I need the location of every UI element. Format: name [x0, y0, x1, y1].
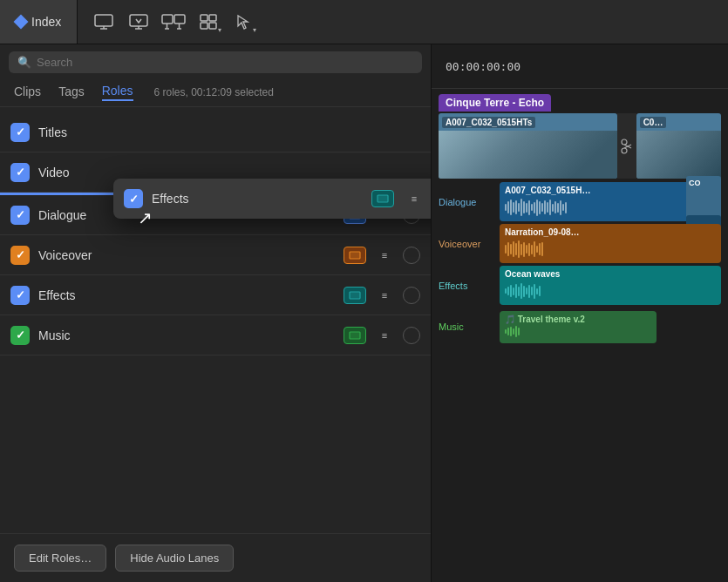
co-clip-label: CO: [689, 179, 701, 187]
effects-popup-lane-btn[interactable]: [371, 190, 394, 207]
index-button[interactable]: Index: [0, 0, 78, 44]
bottom-buttons: Edit Roles… Hide Audio Lanes: [0, 533, 431, 582]
right-panel: 00:00:00:00 Cinque Terre - Echo A007_C03…: [432, 44, 728, 582]
sequence-label: Cinque Terre - Echo: [439, 94, 721, 112]
effects-lane-btn[interactable]: [344, 287, 366, 304]
voiceover-actions: ≡: [344, 247, 420, 264]
effects-checkbox[interactable]: ✓: [10, 286, 30, 305]
cursor-icon-btn[interactable]: [228, 6, 259, 37]
svg-rect-3: [130, 15, 147, 26]
tab-clips[interactable]: Clips: [14, 85, 41, 100]
co-clip[interactable]: CO: [686, 176, 721, 220]
music-clip[interactable]: 🎵 Travel theme v.2: [500, 311, 657, 343]
titles-label: Titles: [38, 125, 420, 139]
timecode-display: 00:00:00:00: [446, 60, 520, 73]
voiceover-menu-btn[interactable]: ≡: [373, 247, 396, 264]
music-clip-label: 🎵 Travel theme v.2: [505, 315, 651, 324]
svg-rect-7: [174, 15, 185, 24]
svg-rect-13: [209, 15, 216, 21]
svg-rect-18: [350, 292, 360, 299]
effects-popup-menu-btn[interactable]: ≡: [403, 190, 425, 207]
effects-popup: ✓ Effects ≡: [113, 179, 431, 219]
svg-rect-17: [350, 252, 360, 259]
hide-audio-lanes-button[interactable]: Hide Audio Lanes: [115, 545, 234, 572]
dialogue-lane: Dialogue A007_C032_0515H…: [439, 182, 721, 221]
voiceover-lane-label: Voiceover: [439, 224, 500, 263]
voiceover-clip-label: Narration_09-08…: [505, 227, 716, 237]
effects-clip-label: Ocean waves: [505, 269, 716, 279]
video-label: Video: [38, 166, 420, 179]
music-lane-btn[interactable]: [344, 327, 366, 344]
effects-lane: Effects Ocean waves: [439, 266, 721, 305]
tab-tags[interactable]: Tags: [58, 85, 85, 100]
tab-roles[interactable]: Roles: [102, 84, 133, 101]
svg-point-21: [622, 139, 627, 145]
list-item[interactable]: ✓ Music ≡: [0, 315, 431, 355]
svg-rect-6: [162, 15, 173, 24]
music-label: Music: [38, 328, 335, 342]
dialogue-waveform: [505, 197, 716, 218]
effects-clip[interactable]: Ocean waves: [500, 266, 721, 305]
index-diamond-icon: [14, 15, 29, 30]
list-item[interactable]: ✓ Voiceover ≡: [0, 235, 431, 275]
music-lane-label: Music: [439, 308, 500, 346]
dialogue-lane-label: Dialogue: [439, 182, 500, 221]
tab-info: 6 roles, 00:12:09 selected: [154, 86, 274, 98]
effects-waveform: [505, 281, 716, 301]
titles-checkbox[interactable]: ✓: [10, 123, 30, 142]
main-layout: 🔍 Clips Tags Roles 6 roles, 00:12:09 sel…: [0, 44, 728, 582]
monitor-arrow-icon-btn[interactable]: [123, 6, 154, 37]
voiceover-lane-btn[interactable]: [344, 247, 366, 264]
voiceover-lane: Voiceover Narration_09-08…: [439, 224, 721, 263]
search-bar: 🔍: [0, 44, 431, 80]
music-circle-btn[interactable]: [403, 327, 420, 344]
video-clip-1-thumb: [439, 131, 617, 179]
video-clip-2[interactable]: C0…: [636, 113, 721, 179]
timeline-header: 00:00:00:00: [432, 44, 728, 89]
sequence-title: Cinque Terre - Echo: [439, 94, 551, 112]
video-clip-1-label: A007_C032_0515HTs: [442, 117, 535, 128]
list-item[interactable]: ✓ Titles: [0, 112, 431, 152]
video-clip-2-label: C0…: [640, 117, 667, 128]
timeline-content: Cinque Terre - Echo A007_C032_0515HTs: [432, 89, 728, 582]
svg-rect-19: [350, 332, 360, 339]
video-clip-2-thumb: [636, 131, 721, 179]
edit-roles-button[interactable]: Edit Roles…: [14, 545, 106, 572]
effects-circle-btn[interactable]: [403, 287, 420, 304]
voiceover-clip[interactable]: Narration_09-08…: [500, 224, 721, 263]
video-checkbox[interactable]: ✓: [10, 163, 30, 182]
svg-rect-0: [95, 15, 112, 26]
effects-popup-checkbox[interactable]: ✓: [124, 189, 143, 208]
music-actions: ≡: [344, 327, 420, 344]
music-checkbox[interactable]: ✓: [10, 326, 30, 345]
roles-list: ✓ Titles ✓ Video ✓ Dialogue: [0, 107, 431, 533]
svg-rect-15: [209, 23, 216, 29]
effects-lane-label: Effects: [439, 266, 500, 305]
video-clip-1[interactable]: A007_C032_0515HTs: [439, 113, 617, 179]
svg-rect-14: [201, 23, 208, 29]
index-label: Index: [31, 15, 61, 29]
voiceover-circle-btn[interactable]: [403, 247, 420, 264]
monitor-icon-btn[interactable]: [88, 6, 119, 37]
tabs-row: Clips Tags Roles 6 roles, 00:12:09 selec…: [0, 80, 431, 107]
voiceover-checkbox[interactable]: ✓: [10, 246, 30, 265]
search-input[interactable]: [37, 56, 413, 69]
search-input-wrap[interactable]: 🔍: [9, 51, 422, 73]
voiceover-label: Voiceover: [38, 248, 335, 262]
svg-point-22: [622, 148, 627, 153]
music-menu-btn[interactable]: ≡: [373, 327, 396, 344]
dialogue-checkbox[interactable]: ✓: [10, 206, 30, 225]
svg-rect-20: [378, 195, 388, 202]
list-item[interactable]: ✓ Effects ≡: [0, 275, 431, 315]
voiceover-waveform: [505, 239, 716, 260]
top-bar: Index: [0, 0, 728, 44]
svg-rect-12: [201, 15, 208, 21]
search-icon: 🔍: [17, 56, 31, 69]
effects-menu-btn[interactable]: ≡: [373, 287, 396, 304]
effects-popup-label: Effects: [152, 192, 363, 206]
grid-icon-btn[interactable]: [193, 6, 224, 37]
music-clips-row: 🎵 Travel theme v.2: [500, 308, 721, 346]
cut-icon: [617, 113, 636, 179]
dialogue-clip-label: A007_C032_0515H…: [505, 186, 716, 195]
dual-monitor-icon-btn[interactable]: [158, 6, 189, 37]
